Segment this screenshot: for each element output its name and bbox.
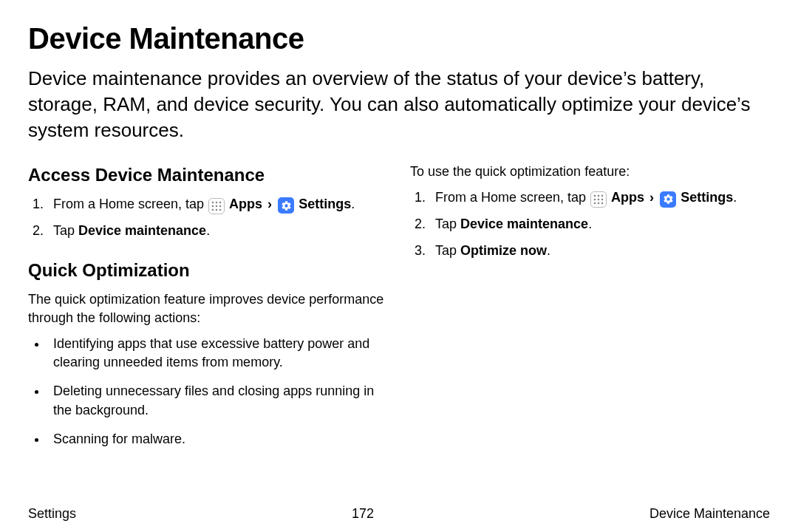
apps-icon [208,198,225,214]
svg-point-8 [219,209,222,211]
text: Tap [53,223,78,238]
page-number: 172 [352,506,374,522]
svg-point-5 [219,205,222,208]
settings-label: Settings [299,197,351,211]
svg-point-9 [594,195,596,197]
svg-point-1 [216,202,218,204]
svg-point-2 [219,202,222,204]
svg-point-17 [601,202,604,205]
chevron-right-icon: › [267,197,272,211]
right-step-2: Tap Device maintenance. [429,215,770,233]
text: From a Home screen, tap [435,190,590,205]
svg-point-10 [598,195,600,197]
chevron-right-icon: › [649,190,654,205]
content-columns: Access Device Maintenance From a Home sc… [28,163,770,466]
apps-label: Apps [229,197,262,211]
text: Tap [435,216,460,231]
access-heading: Access Device Maintenance [28,163,388,188]
access-step-2: Tap Device maintenance. [47,222,388,240]
text: Device maintenance [78,223,206,238]
page-title: Device Maintenance [28,22,770,55]
right-lead: To use the quick optimization feature: [410,163,770,181]
svg-point-3 [212,205,214,208]
quick-heading: Quick Optimization [28,258,388,283]
left-column: Access Device Maintenance From a Home sc… [28,163,388,466]
svg-point-15 [594,202,596,205]
text: From a Home screen, tap [53,197,208,211]
apps-icon [590,191,607,208]
settings-icon [660,191,676,208]
apps-label: Apps [611,190,644,205]
bullet-item: Deleting unnecessary files and closing a… [47,382,388,419]
access-step-1: From a Home screen, tap Apps › Settings. [47,195,388,214]
right-column: To use the quick optimization feature: F… [410,163,770,466]
quick-intro: The quick optimization feature improves … [28,290,388,327]
text: . [588,216,592,231]
text: . [547,243,550,258]
text: Tap [435,243,460,258]
footer-right: Device Maintenance [649,506,770,522]
svg-point-11 [601,195,604,197]
text: Device maintenance [460,216,588,231]
svg-point-12 [594,199,596,201]
settings-icon [278,197,294,214]
svg-point-16 [598,202,600,205]
bullet-item: Identifying apps that use excessive batt… [47,335,388,372]
intro-paragraph: Device maintenance provides an overview … [28,66,770,143]
text: Optimize now [460,243,547,258]
svg-point-14 [601,199,604,201]
svg-point-13 [598,199,600,201]
page-footer: Settings 172 Device Maintenance [28,506,770,522]
right-step-3: Tap Optimize now. [429,242,770,260]
svg-point-7 [216,209,218,211]
svg-point-4 [216,205,218,208]
settings-label: Settings [681,190,733,205]
right-step-1: From a Home screen, tap Apps › Settings. [429,188,770,208]
svg-point-0 [212,202,214,204]
text: . [351,197,355,211]
text: . [206,223,210,238]
text: . [733,190,737,205]
svg-point-6 [212,209,214,211]
footer-left: Settings [28,506,76,522]
bullet-item: Scanning for malware. [47,430,388,449]
